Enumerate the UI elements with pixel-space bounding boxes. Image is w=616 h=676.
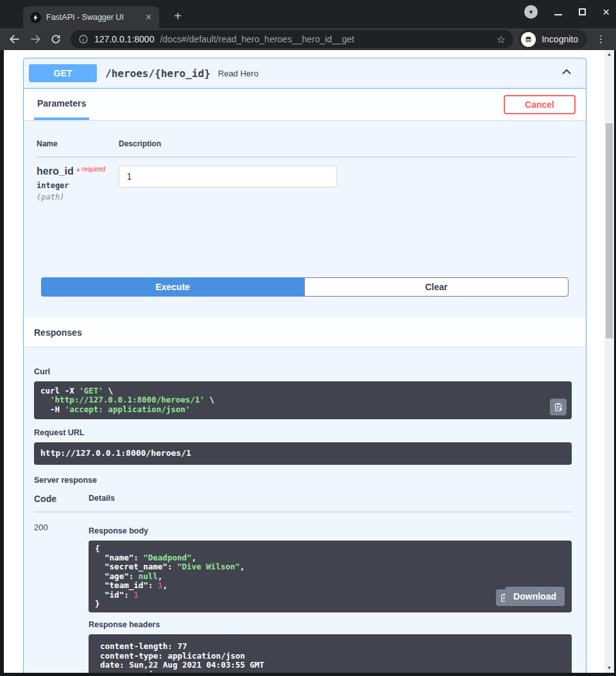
curl-label: Curl — [34, 367, 572, 376]
hero-id-input[interactable] — [119, 166, 337, 187]
server-response-label: Server response — [34, 476, 572, 485]
back-button[interactable] — [5, 30, 24, 48]
server-response-table: Code Details 200 Response body { "name":… — [34, 494, 572, 673]
parameters-body: Name Description hero_id *required integ… — [24, 120, 586, 239]
window-close-button[interactable]: × — [603, 6, 610, 18]
browser-tab[interactable]: FastAPI - Swagger UI × — [23, 6, 159, 28]
column-header-name: Name — [37, 139, 119, 157]
bookmark-star-icon[interactable]: ☆ — [497, 33, 506, 46]
swagger-page: GET /heroes/{hero_id} Read Hero Paramete… — [4, 50, 604, 673]
column-header-description: Description — [119, 139, 576, 157]
parameter-type: integer — [37, 181, 119, 190]
incognito-badge: Incognito — [518, 30, 587, 49]
parameter-value-cell — [119, 157, 576, 202]
browser-titlebar: FastAPI - Swagger UI × + ▼ × — [0, 0, 616, 28]
response-headers-label: Response headers — [89, 620, 572, 629]
forward-button[interactable] — [26, 30, 45, 48]
method-badge: GET — [29, 64, 97, 82]
page-scrollbar[interactable]: ▲ ▼ — [604, 50, 614, 673]
tab-close-icon[interactable]: × — [143, 12, 154, 22]
response-details-cell: Response body { "name": "Deadpond", "sec… — [89, 512, 572, 673]
live-details-header: Details — [89, 494, 572, 512]
url-path: /docs#/default/read_hero_heroes__hero_id… — [160, 34, 490, 44]
window-controls: ▼ × — [524, 5, 610, 19]
required-label: required — [82, 166, 106, 173]
request-url-block: http://127.0.0.1:8000/heroes/1 — [34, 442, 572, 464]
url-host: 127.0.0.1:8000 — [94, 34, 154, 44]
collapse-chevron-icon[interactable] — [552, 63, 581, 83]
copy-curl-button[interactable] — [550, 399, 567, 415]
cancel-button[interactable]: Cancel — [504, 95, 576, 114]
responses-header: Responses — [24, 318, 586, 347]
incognito-label: Incognito — [542, 34, 578, 44]
site-info-icon[interactable] — [78, 34, 89, 44]
reload-button[interactable] — [46, 30, 65, 48]
response-body-json: { "name": "Deadpond", "secret_name": "Di… — [95, 544, 565, 609]
curl-command-block: curl -X 'GET' \ 'http://127.0.0.1:8000/h… — [34, 381, 572, 419]
browser-window: FastAPI - Swagger UI × + ▼ × 127.0.0.1:8… — [0, 0, 616, 676]
new-tab-button[interactable]: + — [169, 9, 186, 24]
url-bar[interactable]: 127.0.0.1:8000/docs#/default/read_hero_h… — [71, 30, 513, 48]
response-headers-block: content-length: 77content-type: applicat… — [89, 634, 572, 673]
scrollbar-down-icon[interactable]: ▼ — [604, 664, 614, 673]
tab-search-icon[interactable]: ▼ — [524, 5, 538, 19]
live-code-header: Code — [34, 494, 89, 512]
opblock-get-read-hero: GET /heroes/{hero_id} Read Hero Paramete… — [23, 58, 586, 673]
responses-title: Responses — [34, 327, 82, 338]
responses-body: Curl curl -X 'GET' \ 'http://127.0.0.1:8… — [24, 347, 586, 673]
tab-title: FastAPI - Swagger UI — [46, 13, 138, 22]
scrollbar-thumb[interactable] — [606, 123, 613, 338]
execute-button[interactable]: Execute — [41, 277, 304, 297]
parameter-name: hero_id — [37, 166, 74, 177]
execute-wrapper: Execute Clear — [41, 277, 569, 297]
opblock-summary[interactable]: GET /heroes/{hero_id} Read Hero — [24, 58, 586, 89]
parameter-name-cell: hero_id *required integer (path) — [37, 157, 119, 202]
tab-parameters[interactable]: Parameters — [34, 89, 89, 120]
endpoint-path: /heroes/{hero_id} — [105, 67, 210, 80]
browser-toolbar: 127.0.0.1:8000/docs#/default/read_hero_h… — [0, 28, 616, 50]
parameter-location: (path) — [37, 193, 119, 202]
incognito-icon — [521, 32, 536, 47]
parameters-header: Parameters Cancel — [24, 89, 586, 120]
scrollbar-up-icon[interactable]: ▲ — [604, 50, 614, 59]
maximize-button[interactable] — [579, 8, 586, 15]
fastapi-favicon-icon — [30, 12, 41, 23]
response-headers-code: content-length: 77content-type: applicat… — [100, 642, 565, 673]
response-body-label: Response body — [89, 526, 572, 535]
status-code: 200 — [34, 512, 89, 673]
response-body-block: { "name": "Deadpond", "secret_name": "Di… — [89, 541, 572, 613]
endpoint-summary: Read Hero — [218, 69, 552, 78]
request-url-label: Request URL — [34, 428, 572, 437]
minimize-button[interactable] — [554, 14, 562, 15]
required-asterisk: * — [76, 166, 80, 177]
download-button[interactable]: Download — [505, 587, 565, 606]
browser-menu-icon[interactable]: ⋮ — [591, 33, 611, 45]
clear-button[interactable]: Clear — [304, 277, 569, 297]
